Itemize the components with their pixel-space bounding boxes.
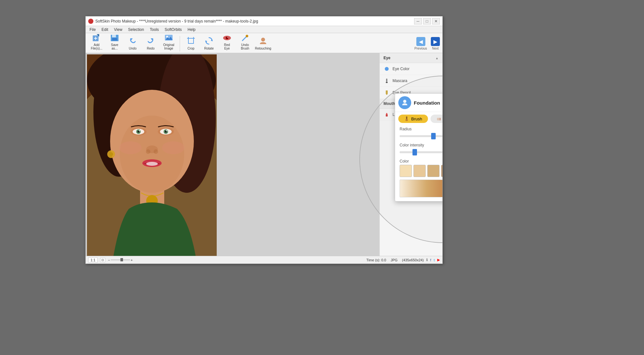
menu-selection[interactable]: Selection xyxy=(126,27,147,33)
menu-bar: File Edit View Selection Tools SoftOrbit… xyxy=(86,26,442,33)
brush-tab-label: Brush xyxy=(411,117,422,121)
eye-color-icon xyxy=(384,66,390,72)
title-bar-left: SoftSkin Photo Makeup - ****Unregistered… xyxy=(88,19,258,24)
svg-point-22 xyxy=(246,35,248,37)
red-eye-icon xyxy=(222,33,232,42)
brush-tab[interactable]: Brush xyxy=(398,115,428,123)
save-as-icon xyxy=(109,33,120,42)
toolbar: AddFile(s)... Saveas... Undo xyxy=(86,33,442,53)
svg-point-41 xyxy=(166,130,167,131)
app-window: SoftSkin Photo Makeup - ****Unregistered… xyxy=(85,16,443,264)
color-swatch-3[interactable] xyxy=(427,165,440,177)
eraser-tab[interactable]: Eraser xyxy=(431,115,442,123)
next-label: Next xyxy=(432,47,439,50)
crop-icon xyxy=(186,36,196,46)
sidebar-item-eye-color[interactable]: Eye Color xyxy=(380,63,442,75)
svg-rect-57 xyxy=(386,79,387,82)
mouth-section-label: Mouth xyxy=(384,101,395,106)
original-image-button[interactable]: OriginalImage xyxy=(160,34,177,51)
maximize-button[interactable]: □ xyxy=(423,18,431,24)
fit-icon[interactable]: ⊡ xyxy=(100,258,105,262)
color-swatch-4[interactable] xyxy=(441,165,442,177)
foundation-panel-header: Foundation ✕ xyxy=(395,94,442,112)
redo-button[interactable]: Redo xyxy=(142,34,159,51)
color-swatches xyxy=(395,165,442,177)
undo-button[interactable]: Undo xyxy=(124,34,141,51)
color-label: Color xyxy=(395,158,442,165)
dimensions-display: (435x650x24) xyxy=(402,258,424,262)
color-swatch-2[interactable] xyxy=(413,165,426,177)
color-intensity-thumb[interactable] xyxy=(412,149,417,155)
zoom-minus-icon[interactable]: − xyxy=(108,258,110,262)
menu-softorbits[interactable]: SoftOrbits xyxy=(162,27,184,33)
radius-thumb[interactable] xyxy=(431,133,436,139)
eye-pencil-icon xyxy=(384,89,390,96)
next-arrow-button[interactable]: ▶ xyxy=(431,37,440,46)
format-display: JPG xyxy=(389,258,399,262)
title-controls: ─ □ ✕ xyxy=(414,18,440,24)
previous-arrow-button[interactable]: ◀ xyxy=(416,37,425,46)
undo-brush-label: UndoBrush xyxy=(241,43,249,50)
svg-rect-53 xyxy=(406,117,407,119)
menu-file[interactable]: File xyxy=(87,27,98,33)
svg-point-47 xyxy=(119,141,142,154)
svg-point-44 xyxy=(154,149,158,154)
svg-rect-12 xyxy=(188,38,194,43)
red-eye-label: RedEye xyxy=(224,43,230,50)
mascara-label: Mascara xyxy=(393,79,407,83)
photo-canvas[interactable] xyxy=(87,54,217,256)
zoom-slider[interactable]: − + xyxy=(108,258,133,262)
sidebar-item-mascara[interactable]: Mascara xyxy=(380,75,442,87)
add-files-label: AddFile(s)... xyxy=(91,43,102,50)
svg-marker-60 xyxy=(386,94,388,95)
menu-view[interactable]: View xyxy=(111,27,125,33)
zoom-plus-icon[interactable]: + xyxy=(131,258,133,262)
lipstick-icon xyxy=(384,111,390,118)
facebook-icon[interactable]: f xyxy=(430,258,431,262)
radius-track[interactable] xyxy=(400,135,442,137)
svg-rect-56 xyxy=(440,118,441,120)
close-button[interactable]: ✕ xyxy=(432,18,440,24)
save-as-button[interactable]: Saveas... xyxy=(106,34,123,51)
previous-label: Previous xyxy=(414,47,427,50)
undo-brush-icon xyxy=(240,33,250,42)
menu-help[interactable]: Help xyxy=(185,27,198,33)
retouching-icon xyxy=(258,36,268,46)
red-eye-button[interactable]: RedEye xyxy=(219,34,235,51)
save-as-label: Saveas... xyxy=(111,43,118,50)
original-image-label: OriginalImage xyxy=(163,43,174,50)
rotate-label: Rotate xyxy=(204,47,213,50)
undo-brush-button[interactable]: UndoBrush xyxy=(237,34,253,51)
color-intensity-slider-row: 25 xyxy=(400,149,442,156)
svg-point-23 xyxy=(261,38,265,42)
svg-rect-3 xyxy=(95,37,96,40)
color-swatch-1[interactable] xyxy=(400,165,412,177)
crop-button[interactable]: Crop xyxy=(183,34,199,51)
color-intensity-track[interactable] xyxy=(400,151,442,153)
menu-tools[interactable]: Tools xyxy=(147,27,161,33)
svg-point-21 xyxy=(227,37,228,38)
foundation-title: Foundation xyxy=(414,100,440,106)
retouching-button[interactable]: Retouching xyxy=(255,34,271,51)
add-files-button[interactable]: AddFile(s)... xyxy=(88,34,105,51)
color-gradient-picker[interactable] xyxy=(400,180,442,197)
svg-point-48 xyxy=(162,141,185,154)
twitter-icon[interactable]: t xyxy=(434,258,435,262)
svg-point-43 xyxy=(146,149,150,154)
svg-rect-5 xyxy=(112,35,116,37)
minimize-button[interactable]: ─ xyxy=(414,18,422,24)
rotate-button[interactable]: Rotate xyxy=(201,34,217,51)
redo-icon xyxy=(146,36,156,46)
svg-marker-62 xyxy=(386,113,388,115)
svg-point-52 xyxy=(403,100,406,103)
svg-point-40 xyxy=(139,130,140,131)
eye-section-header[interactable]: Eye ▲ xyxy=(380,53,442,63)
svg-point-58 xyxy=(386,82,388,83)
menu-edit[interactable]: Edit xyxy=(99,27,111,33)
svg-rect-59 xyxy=(386,90,388,94)
rotate-icon xyxy=(204,36,214,46)
youtube-icon[interactable]: ▶ xyxy=(437,258,440,262)
svg-rect-63 xyxy=(386,116,387,117)
time-display: Time (s): 0.0 xyxy=(366,258,386,262)
foundation-panel: Foundation ✕ Brush Eraser xyxy=(395,93,442,201)
